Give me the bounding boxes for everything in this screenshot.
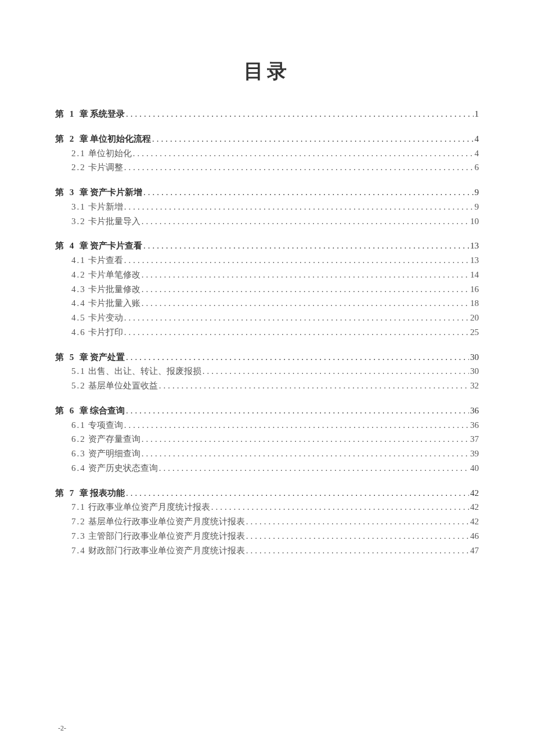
toc-chapter-line: 第 7 章 报表功能42 (55, 486, 479, 501)
toc-group: 第 3 章 资产卡片新增93.1卡片新增 93.2卡片批量导入 10 (55, 185, 479, 228)
leader-dots (152, 132, 474, 146)
section-number: 3.2 (71, 214, 86, 229)
leader-dots (143, 239, 469, 253)
section-number: 5.1 (71, 364, 86, 379)
chapter-label: 资产卡片新增 (90, 185, 142, 200)
section-number: 4.2 (71, 268, 86, 282)
section-page: 47 (470, 543, 479, 558)
section-label: 基层单位行政事业单位资产月度统计报表 (88, 514, 245, 529)
toc-group: 第 6 章 综合查询366.1专项查询 366.2资产存量查询 376.3资产明… (55, 404, 479, 476)
section-label: 行政事业单位资产月度统计报表 (88, 500, 210, 514)
toc-section-line: 6.1专项查询 36 (55, 418, 479, 433)
toc-section-line: 2.1单位初始化 4 (55, 146, 479, 161)
section-label: 卡片批量修改 (88, 282, 140, 297)
section-label: 卡片单笔修改 (88, 268, 140, 282)
chapter-label: 单位初始化流程 (90, 132, 151, 146)
section-label: 单位初始化 (88, 146, 132, 161)
section-page: 46 (470, 529, 479, 543)
section-label: 主管部门行政事业单位资产月度统计报表 (88, 529, 245, 543)
leader-dots (133, 146, 474, 161)
toc-section-line: 6.4资产历史状态查询 40 (55, 461, 479, 476)
chapter-label: 资产卡片查看 (90, 239, 142, 253)
chapter-label: 综合查询 (90, 404, 125, 418)
chapter-page: 30 (470, 350, 479, 365)
leader-dots (203, 364, 469, 379)
section-number: 2.2 (71, 160, 86, 175)
leader-dots (142, 214, 469, 229)
section-number: 3.1 (71, 200, 86, 214)
toc-section-line: 4.6卡片打印 25 (55, 325, 479, 340)
leader-dots (124, 253, 469, 268)
chapter-label: 报表功能 (90, 486, 125, 501)
leader-dots (142, 432, 469, 447)
chapter-prefix: 第 4 章 (55, 239, 90, 253)
chapter-page: 9 (475, 185, 479, 200)
section-page: 9 (475, 200, 479, 214)
toc-section-line: 4.1卡片查看 13 (55, 253, 479, 268)
toc-section-line: 4.3卡片批量修改 16 (55, 282, 479, 297)
toc-section-line: 6.3资产明细查询 39 (55, 447, 479, 461)
section-label: 卡片变动 (88, 311, 123, 325)
leader-dots (124, 311, 469, 325)
section-page: 39 (470, 447, 479, 461)
chapter-page: 42 (470, 486, 479, 501)
leader-dots (126, 404, 469, 418)
toc-chapter-line: 第 3 章 资产卡片新增9 (55, 185, 479, 200)
leader-dots (126, 486, 469, 501)
leader-dots (126, 350, 469, 365)
section-page: 16 (470, 282, 479, 297)
toc-section-line: 4.2卡片单笔修改 14 (55, 268, 479, 282)
leader-dots (142, 296, 469, 311)
chapter-label: 资产处置 (90, 350, 125, 365)
leader-dots (159, 461, 469, 476)
chapter-prefix: 第 1 章 (55, 107, 90, 121)
toc-section-line: 7.3主管部门行政事业单位资产月度统计报表 46 (55, 529, 479, 543)
section-number: 6.1 (71, 418, 86, 433)
section-page: 42 (470, 500, 479, 514)
toc-section-line: 5.1出售、出让、转让、报废报损 30 (55, 364, 479, 379)
section-label: 资产历史状态查询 (88, 461, 158, 476)
toc-section-line: 3.2卡片批量导入 10 (55, 214, 479, 229)
leader-dots (142, 282, 469, 297)
toc-chapter-line: 第 1 章 系统登录1 (55, 107, 479, 121)
leader-dots (159, 379, 469, 393)
leader-dots (142, 268, 469, 282)
toc-section-line: 5.2基层单位处置收益 32 (55, 379, 479, 393)
section-page: 25 (470, 325, 479, 340)
section-number: 7.1 (71, 500, 86, 514)
section-page: 20 (470, 311, 479, 325)
toc-body: 第 1 章 系统登录1第 2 章 单位初始化流程42.1单位初始化 42.2卡片… (55, 107, 479, 557)
section-number: 4.5 (71, 311, 86, 325)
section-page: 10 (470, 214, 479, 229)
toc-title: 目录 (55, 58, 479, 85)
section-label: 卡片新增 (88, 200, 123, 214)
section-page: 37 (470, 432, 479, 447)
chapter-prefix: 第 2 章 (55, 132, 90, 146)
section-number: 4.1 (71, 253, 86, 268)
section-page: 40 (470, 461, 479, 476)
leader-dots (246, 543, 469, 558)
chapter-prefix: 第 7 章 (55, 486, 90, 501)
toc-chapter-line: 第 4 章 资产卡片查看13 (55, 239, 479, 253)
toc-group: 第 2 章 单位初始化流程42.1单位初始化 42.2卡片调整 6 (55, 132, 479, 175)
toc-section-line: 3.1卡片新增 9 (55, 200, 479, 214)
toc-group: 第 7 章 报表功能427.1行政事业单位资产月度统计报表 427.2基层单位行… (55, 486, 479, 558)
section-number: 6.2 (71, 432, 86, 447)
leader-dots (126, 107, 474, 121)
chapter-page: 13 (470, 239, 479, 253)
leader-dots (143, 185, 474, 200)
section-number: 6.4 (71, 461, 86, 476)
toc-chapter-line: 第 2 章 单位初始化流程4 (55, 132, 479, 146)
toc-chapter-line: 第 5 章 资产处置30 (55, 350, 479, 365)
leader-dots (246, 514, 469, 529)
section-page: 42 (470, 514, 479, 529)
section-label: 资产明细查询 (88, 447, 140, 461)
leader-dots (211, 500, 469, 514)
section-page: 14 (470, 268, 479, 282)
leader-dots (124, 160, 474, 175)
chapter-label: 系统登录 (90, 107, 125, 121)
section-label: 基层单位处置收益 (88, 379, 158, 393)
toc-group: 第 4 章 资产卡片查看134.1卡片查看 134.2卡片单笔修改 144.3卡… (55, 239, 479, 339)
section-number: 5.2 (71, 379, 86, 393)
toc-section-line: 4.4卡片批量入账 18 (55, 296, 479, 311)
